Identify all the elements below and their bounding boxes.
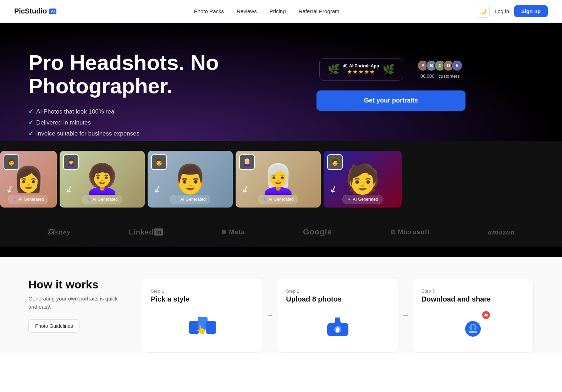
disney-logo: 𝓓isney [47,227,71,237]
how-it-works-section: How it works Generating your own portrai… [0,257,562,353]
step-3-card: Step 3 Download and share 👤 ✦ 40 [413,278,534,353]
nav-links: Photo Packs Reviews Pricing Referral Pro… [194,8,340,14]
hero-features: AI Photos that look 100% real Delivered … [28,108,227,137]
photo-card-1: 👩‍🦱 👩‍🦱 ↙ ✦ AI Generated [60,151,145,208]
brand-bar: 𝓓isney Linkedin ⊛ Meta Google ⊞ Microsof… [0,217,562,247]
hero-badge-row: 🌿 #1 AI Portrait App ★★★★★ 🌿 A B C D [319,58,463,81]
customer-avatars: A B C D E [417,60,463,71]
step-arrow-1: → [263,311,277,320]
nav-link-referral[interactable]: Referral Program [299,8,340,14]
nav-link-pricing[interactable]: Pricing [270,8,286,14]
hero-award-badge: 🌿 #1 AI Portrait App ★★★★★ 🌿 [319,58,403,81]
svg-rect-2 [206,321,216,334]
signup-button[interactable]: Sign up [514,5,548,17]
step-1-icon-area: 👆 [151,310,254,342]
how-subtitle: Generating your own portraits is quick a… [28,295,128,311]
hero-right: 🌿 #1 AI Portrait App ★★★★★ 🌿 A B C D [248,51,534,111]
hero-feature-3: Invoice suitable for business expenses [28,130,227,137]
photo-thumb-0: 👩 [4,154,19,170]
customer-count: 86,000+ customers [420,73,460,79]
theme-toggle-button[interactable]: 🌙 [477,5,490,18]
google-logo: Google [303,227,332,237]
pick-style-icon: 👆 [188,314,217,339]
hero-feature-2: Delivered in minutes [28,119,227,126]
step-2-num: Step 2 [286,288,389,294]
svg-text:👤: 👤 [470,325,476,331]
hero-section: Pro Headshots. No Photographer. AI Photo… [0,23,562,257]
hero-title: Pro Headshots. No Photographer. [28,51,227,98]
microsoft-logo: ⊞ Microsoft [390,228,430,236]
step-3-icon-area: 👤 ✦ 40 [422,310,525,342]
svg-text:👆: 👆 [196,324,206,335]
step-1-title: Pick a style [151,295,254,303]
nav-right: 🌙 Log in Sign up [477,5,548,18]
login-button[interactable]: Log in [495,8,509,14]
step-2-icon-area [286,310,389,342]
ai-icon-4: ✦ [347,197,351,202]
hero-customers: A B C D E 86,000+ customers [417,60,463,79]
how-title: How it works [28,278,128,291]
how-steps: Step 1 Pick a style 👆 → Step 2 Upload 8 … [142,278,534,353]
laurel-right-icon: 🌿 [382,64,395,75]
logo-ai-badge: AI [49,9,56,14]
photo-thumb-4: 🧑 [327,154,343,170]
photo-thumb-1: 👩‍🦱 [63,154,79,170]
upload-photos-icon [324,314,352,339]
navbar: PicStudio AI Photo Packs Reviews Pricing… [0,0,562,23]
ai-icon-0: ✦ [13,197,17,202]
ai-icon-2: ✦ [175,197,179,202]
photo-strip: 👩 👩 ↙ ✦ AI Generated 👩‍🦱 👩‍🦱 ↙ ✦ AI Gene… [0,141,562,217]
svg-rect-6 [335,318,340,324]
ai-badge-1: ✦ AI Generated [82,195,122,204]
ai-icon-3: ✦ [263,197,267,202]
badge-title: #1 AI Portrait App [343,64,379,68]
step-2-card: Step 2 Upload 8 photos [277,278,398,353]
logo-text: PicStudio [14,7,47,15]
nav-link-reviews[interactable]: Reviews [237,8,257,14]
ai-badge-0: ✦ AI Generated [8,195,48,204]
svg-rect-9 [336,330,339,332]
step-1-num: Step 1 [151,288,254,294]
download-share-icon: 👤 ✦ 40 [459,314,487,339]
photo-card-4: 🧑 🧑 ↙ ✦ AI Generated [324,151,402,208]
amazon-logo: amazon [488,227,515,237]
nav-link-photo-packs[interactable]: Photo Packs [194,8,224,14]
svg-text:✦: ✦ [472,331,474,334]
hero-feature-1: AI Photos that look 100% real [28,108,227,115]
step-3-num: Step 3 [422,288,525,294]
step-3-title: Download and share [422,295,525,303]
how-left: How it works Generating your own portrai… [28,278,128,333]
ai-icon-1: ✦ [87,197,91,202]
photo-thumb-3: 👩‍🦳 [239,154,255,170]
photo-guidelines-button[interactable]: Photo Guidelines [28,319,80,333]
photo-thumb-2: 👨 [151,154,167,170]
hero-left: Pro Headshots. No Photographer. AI Photo… [28,51,227,141]
laurel-left-icon: 🌿 [327,64,340,75]
ai-badge-2: ✦ AI Generated [170,195,210,204]
notification-badge: 40 [482,311,490,319]
ai-badge-3: ✦ AI Generated [258,195,298,204]
photo-card-3: 👩‍🦳 👩‍🦳 ↙ ✦ AI Generated [236,151,321,208]
ai-badge-4: ✦ AI Generated [342,195,382,204]
step-2-title: Upload 8 photos [286,295,389,303]
step-1-card: Step 1 Pick a style 👆 [142,278,263,353]
meta-logo: ⊛ Meta [221,228,245,236]
badge-stars: ★★★★★ [343,68,379,75]
photo-card-0: 👩 👩 ↙ ✦ AI Generated [0,151,57,208]
get-portraits-button[interactable]: Get your portraits [316,90,465,111]
linkedin-logo: Linkedin [129,228,163,236]
logo[interactable]: PicStudio AI [14,7,56,15]
avatar-5: E [451,60,463,71]
photo-card-2: 👨 👨 ↙ ✦ AI Generated [148,151,233,208]
step-arrow-2: → [398,311,413,320]
